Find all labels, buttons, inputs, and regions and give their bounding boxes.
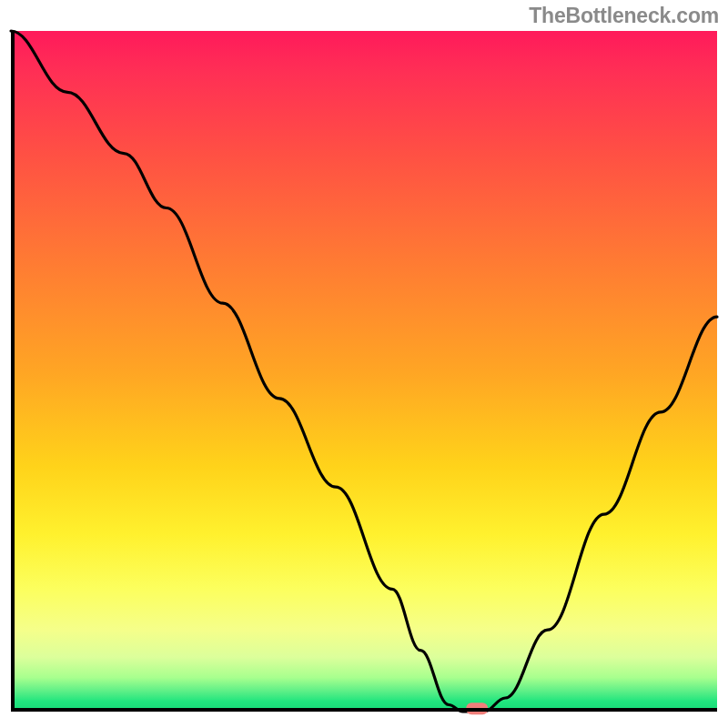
bottleneck-chart: TheBottleneck.com [0, 0, 728, 728]
watermark-text: TheBottleneck.com [529, 4, 719, 28]
optimal-point-marker [466, 703, 488, 714]
curve-layer [11, 31, 717, 712]
bottleneck-curve [11, 31, 717, 712]
plot-area [11, 31, 717, 712]
